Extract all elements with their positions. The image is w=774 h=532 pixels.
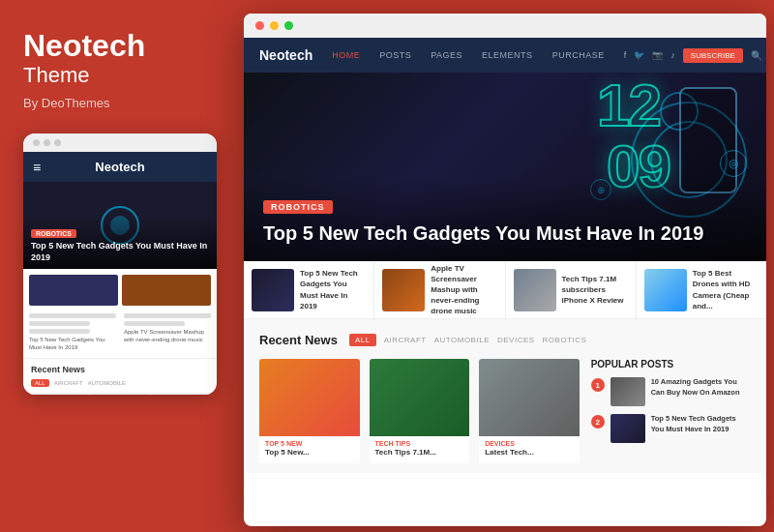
mockup-recent-section: Recent News ALL AIRCRAFT AUTOMOBILE xyxy=(23,358,217,395)
tech-title-3: Tech Tips 7.1M subscribers iPhone X Revi… xyxy=(562,274,628,307)
popular-text-1: 10 Amazing Gadgets You Can Buy Now On Am… xyxy=(651,377,751,398)
tech-thumb-1 xyxy=(252,269,294,311)
tech-thumb-4 xyxy=(644,269,687,311)
card-img-2 xyxy=(370,359,470,436)
dot-line xyxy=(91,393,148,395)
nav-posts[interactable]: POSTS xyxy=(379,50,411,60)
recent-card-1[interactable]: TOP 5 NEW Top 5 New... xyxy=(259,359,360,463)
popular-item-1[interactable]: 1 10 Amazing Gadgets You Can Buy Now On … xyxy=(591,377,751,406)
hero-badge-small: ROBOTICS xyxy=(31,229,76,238)
card-label-3: DEVICES xyxy=(479,436,580,448)
mockup-hero-image: ROBOTICS Top 5 New Tech Gadgets You Must… xyxy=(23,182,217,269)
nav-home[interactable]: HOME xyxy=(332,50,360,60)
tab-all[interactable]: ALL xyxy=(31,379,49,387)
dot-green xyxy=(54,139,61,146)
hero-overlay: ROBOTICS Top 5 New Tech Gadgets You Must… xyxy=(244,177,766,261)
card-label-1: TOP 5 NEW xyxy=(259,436,360,448)
card-title-1: Top 5 New... xyxy=(259,448,360,463)
browser-dot-close[interactable] xyxy=(255,21,264,30)
tech-title-2: Apple TV Screensaver Mashup with never-e… xyxy=(431,263,496,317)
site-nav: Neotech HOME POSTS PAGES ELEMENTS PURCHA… xyxy=(244,38,766,73)
recent-posts-grid: TOP 5 NEW Top 5 New... TECH TIPS Tech Ti… xyxy=(259,359,580,463)
dot-line xyxy=(152,393,209,395)
nav-pages[interactable]: PAGES xyxy=(431,50,462,60)
filter-all[interactable]: ALL xyxy=(349,334,376,346)
thumb-text-2: Apple TV Screensaver Mashup with never-e… xyxy=(124,329,211,344)
thumb-1 xyxy=(29,275,118,306)
mockup-thumb-texts: Top 5 New Tech Gadgets You Must Have In … xyxy=(23,311,217,358)
popular-sidebar: POPULAR POSTS 1 10 Amazing Gadgets You C… xyxy=(591,359,751,463)
hero-icon-circle-1: ◎ xyxy=(720,150,747,177)
hero-robotics-badge: ROBOTICS xyxy=(263,200,333,214)
mockup-nav: ≡ Neotech xyxy=(23,152,217,182)
recent-news-title: Recent News xyxy=(259,333,338,347)
filter-aircraft[interactable]: AIRCRAFT xyxy=(384,336,427,344)
recent-content: TOP 5 NEW Top 5 New... TECH TIPS Tech Ti… xyxy=(259,359,751,463)
tech-strip: Top 5 New Tech Gadgets You Must Have In … xyxy=(244,261,766,319)
dot-red xyxy=(33,139,40,146)
mockup-recent-title: Recent News xyxy=(31,365,209,374)
popular-text-2: Top 5 New Tech Gadgets You Must Have In … xyxy=(651,414,751,434)
site-logo: Neotech xyxy=(259,47,313,63)
text-line xyxy=(124,313,211,318)
filter-tabs: ALL AIRCRAFT AUTOMOBILE DEVICES ROBOTICS xyxy=(349,334,586,346)
recent-card-2[interactable]: TECH TIPS Tech Tips 7.1M... xyxy=(370,359,470,463)
browser-bar xyxy=(244,14,766,38)
browser-dot-minimize[interactable] xyxy=(270,21,279,30)
mockup-logo: Neotech xyxy=(95,160,144,174)
mockup-dots xyxy=(23,133,217,152)
tab-automobile[interactable]: AUTOMOBILE xyxy=(88,380,126,386)
tab-aircraft[interactable]: AIRCRAFT xyxy=(54,380,83,386)
browser-dot-maximize[interactable] xyxy=(284,21,293,30)
card-title-2: Tech Tips 7.1M... xyxy=(370,448,470,463)
card-img-1 xyxy=(259,359,360,436)
popular-num-1: 1 xyxy=(591,378,605,392)
brand-subtitle: Theme xyxy=(23,63,217,88)
recent-card-3[interactable]: DEVICES Latest Tech... xyxy=(479,359,580,463)
nav-elements[interactable]: ELEMENTS xyxy=(482,50,533,60)
text-line xyxy=(29,313,116,318)
mockup-filter-tabs: ALL AIRCRAFT AUTOMOBILE xyxy=(31,379,209,387)
hamburger-icon[interactable]: ≡ xyxy=(33,160,41,175)
tech-item-2[interactable]: Apple TV Screensaver Mashup with never-e… xyxy=(374,261,505,318)
card-title-3: Latest Tech... xyxy=(479,448,580,463)
tech-thumb-2 xyxy=(382,269,425,311)
card-label-2: TECH TIPS xyxy=(370,436,470,448)
mockup-hero-title: Top 5 New Tech Gadgets You Must Have In … xyxy=(31,241,209,263)
hero-main-title: Top 5 New Tech Gadgets You Must Have In … xyxy=(263,222,747,246)
tech-thumb-3 xyxy=(514,269,556,311)
popular-thumb-1 xyxy=(610,377,645,406)
social-ig[interactable]: 📷 xyxy=(652,50,663,60)
thumb-text-col-1: Top 5 New Tech Gadgets You Must Have In … xyxy=(29,313,116,352)
subscribe-button[interactable]: Subscribe xyxy=(683,48,743,63)
text-line xyxy=(29,329,90,334)
recent-header: Recent News ALL AIRCRAFT AUTOMOBILE DEVI… xyxy=(259,333,751,347)
tech-item-1[interactable]: Top 5 New Tech Gadgets You Must Have In … xyxy=(244,261,374,318)
text-line xyxy=(124,321,185,326)
left-panel: Neotech Theme By DeoThemes ≡ Neotech ROB… xyxy=(0,0,240,532)
mockup-hero-content: ROBOTICS Top 5 New Tech Gadgets You Must… xyxy=(23,217,217,269)
filter-devices[interactable]: DEVICES xyxy=(497,336,535,344)
filter-robotics[interactable]: ROBOTICS xyxy=(543,336,587,344)
popular-posts-title: POPULAR POSTS xyxy=(591,359,751,369)
thumb-text-col-2: Apple TV Screensaver Mashup with never-e… xyxy=(124,313,211,352)
tech-item-3[interactable]: Tech Tips 7.1M subscribers iPhone X Revi… xyxy=(506,261,637,318)
dot-line xyxy=(31,393,88,395)
social-tw[interactable]: 🐦 xyxy=(634,50,644,60)
card-img-3 xyxy=(479,359,580,436)
tech-title-1: Top 5 New Tech Gadgets You Must Have In … xyxy=(300,268,366,311)
thumb-text-1: Top 5 New Tech Gadgets You Must Have In … xyxy=(29,337,116,352)
nav-purchase[interactable]: PURCHASE xyxy=(552,50,605,60)
social-tk[interactable]: ♪ xyxy=(670,50,675,60)
tech-item-4[interactable]: Top 5 Best Drones with HD Camera (Cheap … xyxy=(637,261,766,318)
recent-section: Recent News ALL AIRCRAFT AUTOMOBILE DEVI… xyxy=(244,319,766,473)
hero-area: 12 09 ◎ ⊕ ROBOTICS Top 5 New Tech Gadget… xyxy=(244,73,766,261)
social-fb[interactable]: f xyxy=(624,50,627,60)
popular-item-2[interactable]: 2 Top 5 New Tech Gadgets You Must Have I… xyxy=(591,414,751,443)
text-line xyxy=(29,321,90,326)
nav-right: f 🐦 📷 ♪ Subscribe 🔍 xyxy=(624,48,762,63)
filter-automobile[interactable]: AUTOMOBILE xyxy=(434,336,490,344)
search-icon[interactable]: 🔍 xyxy=(751,50,762,61)
popular-thumb-2 xyxy=(610,414,645,443)
mobile-mockup: ≡ Neotech ROBOTICS Top 5 New Tech Gadget… xyxy=(23,133,217,395)
